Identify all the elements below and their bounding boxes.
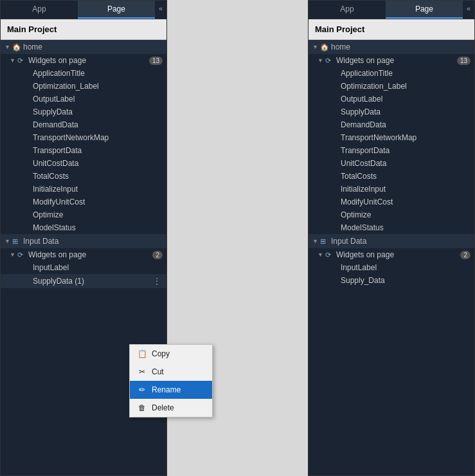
- right-input-widgets-badge: 2: [460, 251, 471, 259]
- input-widgets-node[interactable]: ▼ ⟳ Widgets on page 2: [1, 248, 166, 261]
- right-home-node[interactable]: ▼ 🏠 home: [309, 40, 474, 54]
- home-widgets-node[interactable]: ▼ ⟳ Widgets on page 13: [1, 54, 166, 67]
- copy-label: Copy: [152, 349, 166, 358]
- right-widget-OutputLabel[interactable]: OutputLabel: [309, 93, 474, 105]
- copy-icon: 📋: [138, 349, 147, 358]
- right-widget-ModifyUnitCost[interactable]: ModifyUnitCost: [309, 196, 474, 208]
- widget-ApplicationTitle[interactable]: ApplicationTitle: [1, 67, 166, 80]
- widget-InitializeInput[interactable]: InitializeInput: [1, 183, 166, 196]
- input-widgets-label: Widgets on page: [28, 250, 86, 259]
- widget-ModifyUnitCost[interactable]: ModifyUnitCost: [1, 196, 166, 208]
- left-tab-app[interactable]: App: [1, 1, 78, 19]
- right-widget-Supply_Data[interactable]: Supply_Data: [309, 274, 474, 287]
- right-widget-ModelStatus[interactable]: ModelStatus: [309, 221, 474, 234]
- right-home-widgets-icon: ⟳: [325, 57, 334, 65]
- widget-DemandData[interactable]: DemandData: [1, 118, 166, 131]
- right-home-widgets-node[interactable]: ▼ ⟳ Widgets on page 13: [309, 54, 474, 67]
- widget-ModelStatus[interactable]: ModelStatus: [1, 221, 166, 234]
- cut-icon: ✂: [138, 367, 147, 376]
- input-data-arrow: ▼: [4, 238, 11, 244]
- right-widget-TotalCosts[interactable]: TotalCosts: [309, 170, 474, 183]
- right-input-data-icon: ⊞: [320, 237, 329, 246]
- widget-Optimization_Label[interactable]: Optimization_Label: [1, 80, 166, 93]
- right-home-arrow: ▼: [312, 44, 319, 50]
- home-widgets-label: Widgets on page: [28, 56, 86, 65]
- rename-icon: ✏: [138, 385, 147, 394]
- delete-icon: 🗑: [138, 403, 147, 412]
- right-input-widgets-icon: ⟳: [325, 251, 334, 259]
- right-tab-app[interactable]: App: [309, 1, 386, 19]
- right-project-header: Main Project: [309, 19, 474, 40]
- home-widgets-icon: ⟳: [17, 57, 26, 65]
- home-node[interactable]: ▼ 🏠 home: [1, 40, 166, 54]
- left-collapse-button[interactable]: «: [155, 1, 166, 19]
- right-widget-InitializeInput[interactable]: InitializeInput: [309, 183, 474, 196]
- home-label: home: [23, 42, 42, 51]
- widget-OutputLabel[interactable]: OutputLabel: [1, 93, 166, 105]
- right-input-data-label: Input Data: [331, 237, 366, 246]
- widget-UnitCostData[interactable]: UnitCostData: [1, 157, 166, 170]
- context-menu-cut[interactable]: ✂ Cut: [130, 363, 166, 381]
- input-data-icon: ⊞: [12, 237, 21, 246]
- right-tree: ▼ 🏠 home ▼ ⟳ Widgets on page 13 Applicat…: [309, 40, 474, 475]
- widget-Optimize[interactable]: Optimize: [1, 208, 166, 221]
- context-menu-delete[interactable]: 🗑 Delete: [130, 399, 166, 417]
- right-widget-DemandData[interactable]: DemandData: [309, 118, 474, 131]
- right-input-data-arrow: ▼: [312, 238, 319, 244]
- right-tabs: App Page «: [309, 1, 474, 19]
- right-input-widgets-label: Widgets on page: [336, 250, 394, 259]
- widget-SupplyData[interactable]: SupplyData: [1, 105, 166, 118]
- dots-icon[interactable]: ⋮: [150, 276, 164, 286]
- right-widget-UnitCostData[interactable]: UnitCostData: [309, 157, 474, 170]
- right-collapse-button[interactable]: «: [463, 1, 474, 19]
- widget-InputLabel[interactable]: InputLabel: [1, 261, 166, 274]
- home-widgets-badge: 13: [149, 57, 163, 65]
- right-home-widgets-arrow: ▼: [318, 57, 324, 64]
- home-arrow: ▼: [4, 44, 11, 50]
- cut-label: Cut: [152, 367, 164, 376]
- left-tabs: App Page «: [1, 1, 166, 19]
- right-panel: App Page « Main Project ▼ 🏠 home ▼ ⟳ Wid…: [308, 0, 475, 476]
- widget-SupplyData-1[interactable]: SupplyData (1) ⋮: [1, 274, 166, 288]
- input-widgets-badge: 2: [152, 251, 163, 259]
- right-input-widgets-arrow: ▼: [318, 252, 324, 258]
- left-tab-page[interactable]: Page: [78, 1, 155, 19]
- right-input-widgets-node[interactable]: ▼ ⟳ Widgets on page 2: [309, 248, 474, 261]
- input-widgets-icon: ⟳: [17, 251, 26, 259]
- left-panel: App Page « Main Project ▼ 🏠 home ▼ ⟳ Wid…: [0, 0, 167, 476]
- context-menu: 📋 Copy ✂ Cut ✏ Rename 🗑 Delete: [129, 344, 166, 417]
- left-project-header: Main Project: [1, 19, 166, 40]
- right-widget-TransportData[interactable]: TransportData: [309, 144, 474, 157]
- right-widget-Optimize[interactable]: Optimize: [309, 208, 474, 221]
- widget-TransportNetworkMap[interactable]: TransportNetworkMap: [1, 131, 166, 144]
- context-menu-rename[interactable]: ✏ Rename: [130, 381, 166, 399]
- home-icon: 🏠: [12, 43, 21, 51]
- right-widget-InputLabel[interactable]: InputLabel: [309, 261, 474, 274]
- widget-TransportData[interactable]: TransportData: [1, 144, 166, 157]
- right-home-icon: 🏠: [320, 43, 329, 51]
- delete-label: Delete: [152, 403, 166, 412]
- right-input-data-node[interactable]: ▼ ⊞ Input Data: [309, 234, 474, 248]
- input-widgets-arrow: ▼: [10, 252, 16, 258]
- right-home-widgets-badge: 13: [457, 57, 471, 65]
- right-tab-page[interactable]: Page: [386, 1, 463, 19]
- context-menu-copy[interactable]: 📋 Copy: [130, 345, 166, 363]
- home-widgets-arrow: ▼: [10, 57, 16, 64]
- right-home-label: home: [331, 42, 350, 51]
- right-widget-SupplyData[interactable]: SupplyData: [309, 105, 474, 118]
- supply-data-1-label: SupplyData (1): [33, 277, 84, 286]
- right-widget-TransportNetworkMap[interactable]: TransportNetworkMap: [309, 131, 474, 144]
- input-data-label: Input Data: [23, 237, 58, 246]
- rename-label: Rename: [152, 385, 166, 394]
- right-widget-Optimization_Label[interactable]: Optimization_Label: [309, 80, 474, 93]
- right-home-widgets-label: Widgets on page: [336, 56, 394, 65]
- right-widget-ApplicationTitle[interactable]: ApplicationTitle: [309, 67, 474, 80]
- input-data-node[interactable]: ▼ ⊞ Input Data: [1, 234, 166, 248]
- left-tree: ▼ 🏠 home ▼ ⟳ Widgets on page 13 Applicat…: [1, 40, 166, 475]
- widget-TotalCosts[interactable]: TotalCosts: [1, 170, 166, 183]
